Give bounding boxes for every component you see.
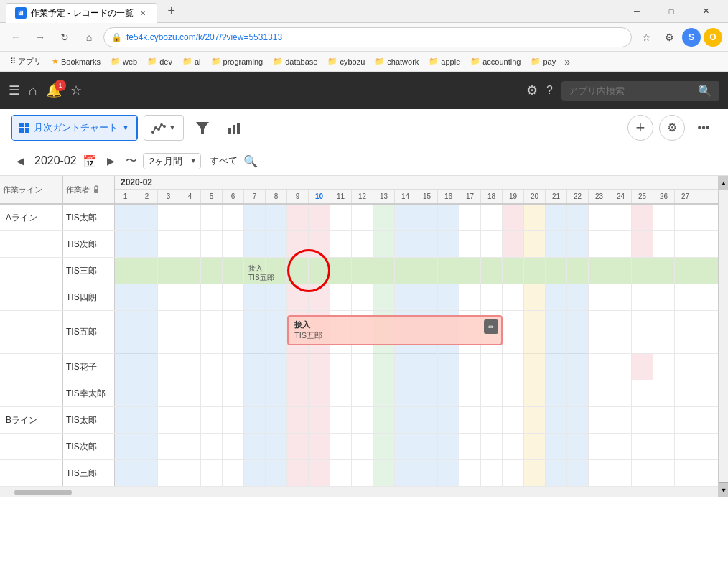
worker-label: TIS五郎 (63, 311, 115, 353)
cell (266, 380, 287, 406)
extensions-icon[interactable]: ⚙ (659, 27, 679, 47)
favorites-icon[interactable]: ☆ (70, 83, 82, 98)
minimize-button[interactable]: ─ (620, 0, 653, 23)
cell (352, 380, 373, 406)
active-tab[interactable]: ⊞ 作業予定 - レコードの一覧 ✕ (6, 3, 157, 23)
period-select[interactable]: 1ヶ月間 2ヶ月間 3ヶ月間 (143, 153, 201, 169)
profile-avatar-s[interactable]: S (682, 28, 701, 47)
cell (223, 311, 244, 354)
bookmark-chatwork[interactable]: 📁 chatwork (370, 55, 423, 67)
cell (179, 258, 201, 284)
cell (567, 407, 589, 433)
bookmark-pay[interactable]: 📁 pay (526, 55, 560, 67)
back-button[interactable]: ← (6, 27, 26, 47)
search-icon[interactable]: 🔍 (698, 84, 712, 98)
forward-button[interactable]: → (30, 27, 50, 47)
notification-badge: 1 (55, 80, 66, 91)
cell (201, 354, 223, 380)
bookmark-dev[interactable]: 📁 dev (143, 55, 177, 67)
day-24: 24 (610, 190, 632, 203)
cell (589, 258, 610, 284)
cell (653, 311, 675, 354)
scroll-down-button[interactable]: ▼ (719, 482, 728, 497)
cell (610, 407, 632, 433)
cell (136, 311, 158, 354)
filter-button[interactable] (190, 115, 215, 141)
cell (589, 284, 610, 310)
cell (675, 407, 696, 433)
notification-button[interactable]: 🔔 1 (46, 83, 62, 98)
cell (503, 407, 524, 433)
cell (373, 407, 395, 433)
view-selector[interactable]: 月次ガントチャート ▼ (11, 115, 138, 141)
url-bar[interactable]: 🔒 fe54k.cybozu.com/k/207/?view=5531313 (103, 27, 632, 47)
bookmark-web[interactable]: 📁 web (106, 55, 141, 67)
address-bar-icons: ☆ ⚙ S O (636, 27, 722, 47)
home-icon[interactable]: ⌂ (29, 83, 37, 99)
bookmark-cybozu[interactable]: 📁 cybozu (323, 55, 369, 67)
cell (330, 460, 352, 486)
app-search-input[interactable] (569, 85, 692, 96)
tab-close-button[interactable]: ✕ (138, 8, 148, 18)
calendar-icon[interactable]: 📅 (83, 154, 97, 168)
bookmarks-more-button[interactable]: » (561, 55, 573, 69)
date-navigation: ◀ 2020-02 📅 ▶ 〜 1ヶ月間 2ヶ月間 3ヶ月間 すべて 🔍 (0, 146, 728, 176)
bookmark-database[interactable]: 📁 database (269, 55, 322, 67)
cell (373, 231, 395, 257)
vertical-scrollbar[interactable]: ▲ ▼ (718, 176, 728, 497)
cell-20 (524, 205, 546, 230)
cell (136, 258, 158, 284)
reload-button[interactable]: ↻ (55, 27, 75, 47)
bookmark-bookmarks[interactable]: ★ Bookmarks (47, 55, 105, 67)
home-button[interactable]: ⌂ (79, 27, 99, 47)
day-13: 13 (373, 190, 395, 203)
cell (632, 311, 653, 354)
bookmark-label: programing (223, 57, 263, 66)
horizontal-scrollbar[interactable] (0, 487, 718, 497)
settings-icon[interactable]: ⚙ (526, 83, 538, 98)
cell (416, 434, 438, 459)
cell (481, 231, 503, 257)
bookmark-star-icon[interactable]: ☆ (636, 27, 656, 47)
h-scroll-thumb[interactable] (14, 490, 72, 495)
bookmarks-apps[interactable]: ⠿ アプリ (6, 55, 46, 68)
cell (395, 258, 416, 284)
cell (459, 284, 481, 310)
bar-edit-button[interactable]: ✏ (484, 319, 498, 334)
graph-view-button[interactable]: ▼ (144, 115, 184, 141)
bookmark-programing[interactable]: 📁 programing (207, 55, 268, 67)
maximize-button[interactable]: □ (655, 0, 688, 23)
help-icon[interactable]: ? (546, 84, 553, 97)
new-tab-button[interactable]: + (162, 1, 182, 22)
cell (524, 434, 546, 459)
prev-date-button[interactable]: ◀ (11, 152, 29, 169)
app-search-bar[interactable]: 🔍 (561, 81, 719, 101)
line-label: Aライン (0, 205, 63, 230)
chart-button[interactable] (221, 115, 247, 141)
cell (223, 354, 244, 380)
day-19: 19 (503, 190, 524, 203)
all-label[interactable]: すべて (210, 154, 238, 167)
cell-18 (481, 205, 503, 230)
more-options-button[interactable]: ••• (691, 115, 717, 141)
scroll-up-button[interactable]: ▲ (719, 176, 728, 190)
cell (309, 284, 330, 310)
cell-21 (546, 205, 567, 230)
close-button[interactable]: ✕ (689, 0, 722, 23)
view-label[interactable]: 月次ガントチャート ▼ (12, 116, 137, 140)
date-search-icon[interactable]: 🔍 (243, 154, 258, 168)
menu-icon[interactable]: ☰ (9, 83, 20, 98)
next-date-button[interactable]: ▶ (103, 152, 120, 169)
cell (632, 258, 653, 284)
add-record-button[interactable]: + (627, 115, 653, 141)
cell (524, 258, 546, 284)
cell (503, 460, 524, 486)
profile-avatar-o[interactable]: O (704, 28, 722, 47)
bookmark-ai[interactable]: 📁 ai (178, 55, 205, 67)
day-6: 6 (223, 190, 244, 203)
cell (675, 354, 696, 380)
gantt-bar-popup[interactable]: 接入 TIS五郎 ✏ (287, 315, 503, 345)
bookmark-accounting[interactable]: 📁 accounting (466, 55, 525, 67)
bookmark-apple[interactable]: 📁 apple (424, 55, 465, 67)
app-settings-button[interactable]: ⚙ (659, 115, 685, 141)
